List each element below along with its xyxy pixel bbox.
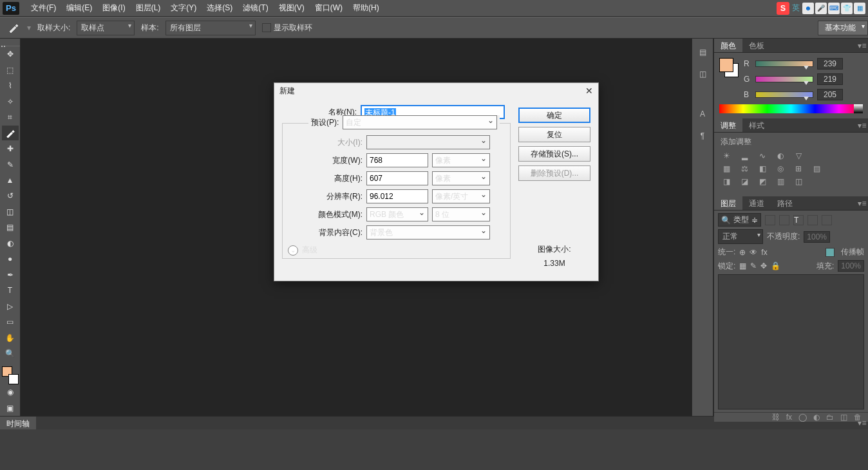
posterize-icon[interactable]: ◪: [739, 177, 750, 186]
channel-mixer-icon[interactable]: ⊞: [793, 164, 804, 173]
curves-icon[interactable]: ∿: [757, 151, 768, 160]
hand-tool[interactable]: ✋: [2, 330, 19, 344]
ime-emoji-icon[interactable]: ☻: [802, 3, 814, 14]
exposure-icon[interactable]: ◐: [775, 151, 786, 160]
character-panel-icon[interactable]: A: [694, 106, 711, 122]
filter-shape-icon[interactable]: [807, 215, 818, 225]
close-icon[interactable]: ✕: [585, 86, 593, 96]
preset-select[interactable]: 自定: [343, 115, 497, 129]
threshold-icon[interactable]: ◩: [757, 177, 768, 186]
show-ring-checkbox[interactable]: 显示取样环: [262, 23, 312, 33]
fx-icon[interactable]: fx: [786, 413, 792, 422]
eraser-tool[interactable]: ◫: [2, 205, 19, 219]
menu-edit[interactable]: 编辑(E): [61, 3, 97, 14]
filter-type-icon[interactable]: T: [793, 215, 804, 225]
filter-pixel-icon[interactable]: [765, 215, 775, 225]
ime-grid-icon[interactable]: ▦: [854, 3, 865, 14]
adjust-panel-menu[interactable]: ▾≡: [856, 118, 868, 132]
tab-timeline[interactable]: 时间轴: [0, 417, 36, 429]
selective-color-icon[interactable]: ◫: [793, 177, 804, 186]
hue-strip[interactable]: [719, 104, 863, 113]
history-brush-tool[interactable]: ↺: [2, 189, 19, 203]
b-value[interactable]: 205: [817, 89, 843, 100]
dialog-titlebar[interactable]: 新建 ✕: [274, 83, 598, 99]
hue-icon[interactable]: ▦: [721, 164, 732, 173]
r-value[interactable]: 239: [817, 58, 843, 70]
g-slider[interactable]: [755, 76, 813, 82]
stamp-tool[interactable]: ▲: [2, 173, 19, 187]
menu-layer[interactable]: 图层(L): [131, 3, 166, 14]
adjust-layer-icon[interactable]: ◐: [813, 413, 820, 422]
color-panel-swatches[interactable]: [719, 58, 739, 77]
pen-tool[interactable]: ✒: [2, 268, 19, 282]
timeline-menu[interactable]: ▾≡: [856, 417, 868, 429]
filter-adjust-icon[interactable]: [779, 215, 789, 225]
resolution-input[interactable]: [366, 189, 428, 203]
bgcontent-select[interactable]: 背景色: [366, 225, 490, 240]
bitdepth-select[interactable]: 8 位: [432, 207, 490, 221]
zoom-tool[interactable]: 🔍: [2, 346, 19, 361]
menu-filter[interactable]: 滤镜(T): [238, 3, 273, 14]
gradient-map-icon[interactable]: ▥: [775, 177, 786, 186]
b-slider[interactable]: [755, 91, 813, 98]
advanced-toggle[interactable]: ⌄ 高级: [288, 245, 505, 256]
tab-channels[interactable]: 通道: [742, 196, 771, 210]
ime-logo[interactable]: S: [777, 2, 789, 15]
move-tool[interactable]: ✥: [2, 47, 19, 61]
color-swatches[interactable]: [2, 366, 19, 384]
ime-keyboard-icon[interactable]: ⌨: [828, 3, 840, 14]
height-input[interactable]: [366, 171, 428, 185]
lock-paint-icon[interactable]: ✎: [750, 261, 757, 270]
mask-icon[interactable]: ◯: [798, 413, 807, 422]
menu-select[interactable]: 选择(S): [202, 3, 238, 14]
menu-file[interactable]: 文件(F): [26, 3, 61, 14]
screen-mode-tool[interactable]: ▣: [2, 401, 19, 415]
layers-panel-menu[interactable]: ▾≡: [856, 196, 868, 210]
vibrance-icon[interactable]: ▽: [793, 151, 804, 160]
r-slider[interactable]: [755, 61, 813, 67]
g-value[interactable]: 219: [817, 73, 843, 85]
quick-mask-tool[interactable]: ◉: [2, 385, 19, 399]
colormode-select[interactable]: RGB 颜色: [366, 207, 428, 221]
color-panel-menu[interactable]: ▾≡: [856, 39, 868, 52]
photo-filter-icon[interactable]: ◎: [775, 164, 786, 173]
blend-mode-select[interactable]: 正常: [718, 229, 763, 244]
link-layers-icon[interactable]: ⛓: [772, 413, 780, 422]
sample-layers-select[interactable]: 所有图层: [165, 21, 256, 35]
color-balance-icon[interactable]: ⚖: [739, 164, 750, 173]
layer-filter-type[interactable]: 🔍 类型 ≑: [718, 213, 761, 227]
gradient-tool[interactable]: ▤: [2, 220, 19, 234]
shape-tool[interactable]: ▭: [2, 315, 19, 329]
ime-lang[interactable]: 英: [792, 3, 800, 14]
toolbox-grip[interactable]: ‥: [1, 40, 20, 46]
levels-icon[interactable]: ▂: [739, 151, 750, 160]
opacity-value[interactable]: 100%: [804, 231, 830, 243]
new-layer-icon[interactable]: ◫: [840, 413, 847, 422]
propagate-checkbox[interactable]: [826, 248, 835, 257]
heal-tool[interactable]: ✚: [2, 142, 19, 156]
ime-skin-icon[interactable]: 👕: [841, 3, 853, 14]
unify-style-icon[interactable]: fx: [761, 248, 767, 257]
lock-all-icon[interactable]: 🔒: [771, 261, 780, 270]
marquee-tool[interactable]: ⬚: [2, 62, 19, 77]
menu-type[interactable]: 文字(Y): [165, 3, 202, 14]
timeline-body[interactable]: [0, 429, 868, 470]
dodge-tool[interactable]: ●: [2, 252, 19, 266]
blur-tool[interactable]: ◐: [2, 236, 19, 250]
invert-icon[interactable]: ◨: [721, 177, 732, 186]
path-select-tool[interactable]: ▷: [2, 299, 19, 314]
current-tool-eyedropper-icon[interactable]: [6, 21, 21, 35]
brightness-icon[interactable]: ☀: [721, 151, 732, 160]
width-unit-select[interactable]: 像素: [432, 153, 490, 167]
fill-value[interactable]: 100%: [838, 260, 864, 272]
sample-size-select[interactable]: 取样点: [77, 21, 135, 35]
layers-list[interactable]: [718, 274, 864, 409]
save-preset-button[interactable]: 存储预设(S)...: [518, 146, 590, 162]
menu-image[interactable]: 图像(I): [97, 3, 130, 14]
type-tool[interactable]: T: [2, 283, 19, 297]
unify-pos-icon[interactable]: ⊕: [739, 248, 746, 257]
paragraph-panel-icon[interactable]: ¶: [694, 127, 711, 144]
lock-pixels-icon[interactable]: ▦: [739, 261, 746, 270]
magic-wand-tool[interactable]: ✧: [2, 94, 19, 108]
properties-panel-icon[interactable]: ◫: [694, 66, 711, 82]
